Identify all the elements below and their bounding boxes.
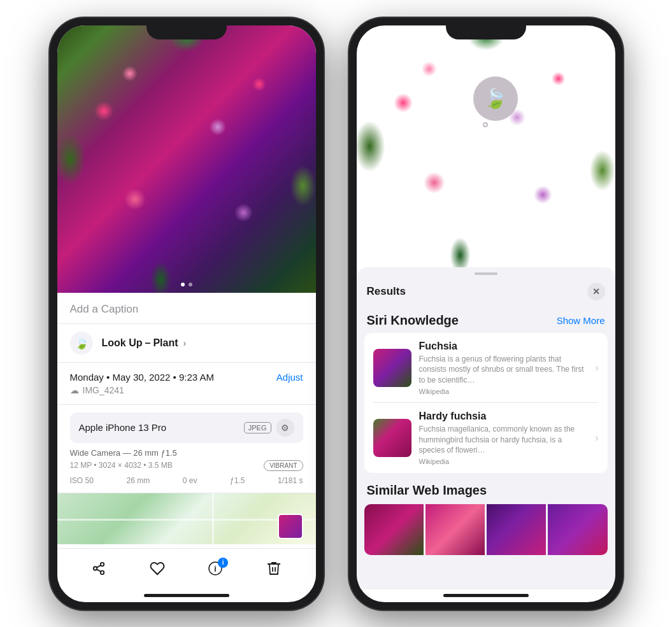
map-section[interactable] — [57, 493, 316, 548]
map-road-vertical — [212, 493, 214, 544]
left-phone-screen: Add a Caption 🍃 Look Up – Plant › Monday… — [57, 25, 316, 602]
left-phone: Add a Caption 🍃 Look Up – Plant › Monday… — [50, 18, 324, 610]
info-badge: i — [218, 558, 228, 568]
web-images-grid[interactable] — [364, 504, 608, 555]
web-image-2[interactable] — [425, 504, 485, 555]
svg-text:i: i — [215, 564, 217, 573]
hardy-fuchsia-source: Wikipedia — [419, 458, 588, 465]
home-bar-right — [443, 594, 529, 597]
hardy-fuchsia-description: Fuchsia magellanica, commonly known as t… — [419, 424, 588, 456]
web-images-title: Similar Web Images — [364, 483, 608, 504]
hardy-fuchsia-text: Hardy fuchsia Fuchsia magellanica, commo… — [419, 411, 588, 465]
photo-hero-left[interactable] — [57, 25, 316, 293]
lookup-label[interactable]: Look Up – Plant › — [102, 337, 187, 349]
camera-specs-row: 12 MP • 3024 × 4032 • 3.5 MB VIBRANT — [70, 460, 303, 471]
results-panel: Results ✕ Siri Knowledge Show More — [357, 267, 615, 589]
green-leaves — [57, 25, 316, 293]
phone-notch — [147, 18, 227, 39]
vibrant-badge: VIBRANT — [264, 460, 303, 471]
heart-icon — [150, 561, 165, 579]
hardy-fuchsia-item[interactable]: Hardy fuchsia Fuchsia magellanica, commo… — [364, 403, 608, 473]
lookup-dash: – — [145, 337, 151, 349]
lookup-subject: Plant — [153, 337, 178, 349]
lookup-bold: Look Up — [102, 337, 143, 349]
adjust-button[interactable]: Adjust — [276, 372, 303, 383]
favorite-button[interactable] — [143, 556, 171, 584]
results-content[interactable]: Siri Knowledge Show More Fuchsia Fuchsia… — [357, 308, 615, 589]
home-indicator — [57, 589, 316, 602]
green-leaves-right — [357, 25, 615, 267]
fuchsia-name: Fuchsia — [419, 341, 588, 352]
filename-row: ☁ IMG_4241 — [70, 385, 303, 395]
info-button[interactable]: i i — [201, 556, 229, 584]
focal-length: 26 mm — [126, 476, 150, 485]
close-button[interactable]: ✕ — [587, 283, 605, 300]
ev-value: 0 ev — [183, 476, 197, 485]
camera-header: Apple iPhone 13 Pro JPEG ⚙ — [70, 412, 303, 443]
hardy-fuchsia-name: Hardy fuchsia — [419, 411, 588, 422]
delete-button[interactable] — [260, 556, 288, 584]
camera-name: Apple iPhone 13 Pro — [79, 422, 167, 433]
page-indicator — [181, 283, 192, 286]
date-row: Monday • May 30, 2022 • 9:23 AM Adjust — [70, 372, 303, 383]
knowledge-card: Fuchsia Fuchsia is a genus of flowering … — [364, 333, 608, 474]
camera-section: Apple iPhone 13 Pro JPEG ⚙ Wide Camera —… — [57, 405, 316, 493]
right-phone-screen: 🍃 Results ✕ Siri Knowledge Show More — [357, 25, 615, 602]
camera-badges: JPEG ⚙ — [244, 419, 294, 437]
aperture-value: ƒ1.5 — [230, 476, 245, 485]
fuchsia-item[interactable]: Fuchsia Fuchsia is a genus of flowering … — [364, 333, 608, 403]
shutter-speed: 1/181 s — [278, 476, 303, 485]
hardy-thumb-img — [373, 419, 411, 457]
iso-value: ISO 50 — [70, 476, 94, 485]
home-bar — [144, 594, 229, 597]
filename: IMG_4241 — [83, 385, 124, 395]
drag-handle[interactable] — [475, 272, 497, 275]
lookup-row[interactable]: 🍃 Look Up – Plant › — [57, 324, 316, 363]
fuchsia-description: Fuchsia is a genus of flowering plants t… — [419, 354, 588, 386]
web-image-3[interactable] — [487, 504, 546, 555]
map-photo-thumbnail — [278, 514, 303, 539]
fuchsia-text: Fuchsia Fuchsia is a genus of flowering … — [419, 341, 588, 395]
leaf-icon: 🍃 — [75, 336, 89, 350]
results-title: Results — [367, 285, 406, 298]
gear-button[interactable]: ⚙ — [276, 419, 294, 437]
photo-hero-right: 🍃 — [357, 25, 615, 267]
web-images-section: Similar Web Images — [364, 483, 608, 555]
siri-knowledge-header: Siri Knowledge Show More — [364, 308, 608, 333]
cloud-icon: ☁ — [70, 385, 79, 395]
siri-knowledge-title: Siri Knowledge — [367, 313, 459, 328]
web-image-4[interactable] — [548, 504, 607, 555]
jpeg-badge: JPEG — [244, 422, 271, 433]
date-text: Monday • May 30, 2022 • 9:23 AM — [70, 372, 214, 383]
dot-1 — [181, 283, 185, 286]
fuchsia-chevron: › — [595, 362, 598, 374]
fuchsia-thumb-img — [373, 349, 411, 387]
share-icon — [92, 561, 106, 579]
dot-2 — [189, 283, 192, 286]
map-road-horizontal — [57, 519, 316, 521]
hardy-fuchsia-thumbnail — [373, 419, 411, 457]
results-header: Results ✕ — [357, 278, 615, 308]
caption-area[interactable]: Add a Caption — [57, 293, 316, 324]
home-indicator-right — [357, 589, 615, 602]
lookup-chevron: › — [183, 338, 187, 348]
fuchsia-thumbnail — [373, 349, 411, 387]
bottom-toolbar: i i — [57, 548, 316, 589]
show-more-button[interactable]: Show More — [557, 315, 605, 326]
web-image-1[interactable] — [364, 504, 424, 555]
hardy-chevron: › — [595, 432, 598, 444]
mp-info: 12 MP • 3024 × 4032 • 3.5 MB — [70, 461, 173, 470]
phone-notch-right — [446, 18, 526, 39]
trash-icon — [267, 561, 281, 580]
caption-placeholder[interactable]: Add a Caption — [70, 303, 139, 315]
lookup-icon-container: 🍃 — [70, 332, 93, 355]
info-section: Monday • May 30, 2022 • 9:23 AM Adjust ☁… — [57, 363, 316, 405]
fuchsia-source: Wikipedia — [419, 388, 588, 395]
wide-camera-info: Wide Camera — 26 mm ƒ1.5 — [70, 448, 303, 458]
right-phone: 🍃 Results ✕ Siri Knowledge Show More — [349, 18, 623, 610]
exif-row: ISO 50 26 mm 0 ev ƒ1.5 1/181 s — [70, 471, 303, 485]
map-preview — [57, 493, 316, 544]
share-button[interactable] — [85, 556, 113, 584]
